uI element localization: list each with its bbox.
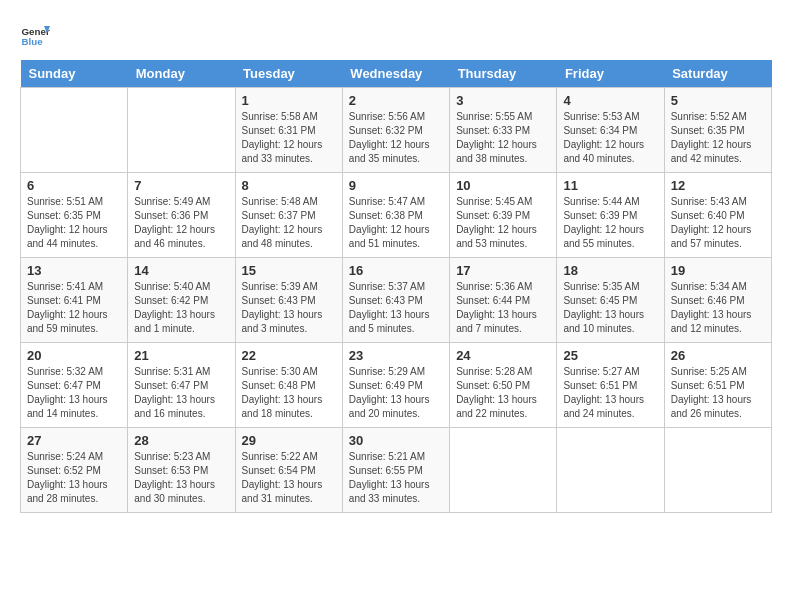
day-info: Sunrise: 5:30 AM Sunset: 6:48 PM Dayligh… — [242, 365, 336, 421]
calendar-cell: 18Sunrise: 5:35 AM Sunset: 6:45 PM Dayli… — [557, 258, 664, 343]
calendar-cell: 16Sunrise: 5:37 AM Sunset: 6:43 PM Dayli… — [342, 258, 449, 343]
calendar-cell: 24Sunrise: 5:28 AM Sunset: 6:50 PM Dayli… — [450, 343, 557, 428]
calendar-cell: 1Sunrise: 5:58 AM Sunset: 6:31 PM Daylig… — [235, 88, 342, 173]
day-info: Sunrise: 5:40 AM Sunset: 6:42 PM Dayligh… — [134, 280, 228, 336]
day-number: 6 — [27, 178, 121, 193]
day-info: Sunrise: 5:52 AM Sunset: 6:35 PM Dayligh… — [671, 110, 765, 166]
day-info: Sunrise: 5:23 AM Sunset: 6:53 PM Dayligh… — [134, 450, 228, 506]
day-info: Sunrise: 5:28 AM Sunset: 6:50 PM Dayligh… — [456, 365, 550, 421]
calendar-cell: 2Sunrise: 5:56 AM Sunset: 6:32 PM Daylig… — [342, 88, 449, 173]
calendar-cell: 6Sunrise: 5:51 AM Sunset: 6:35 PM Daylig… — [21, 173, 128, 258]
week-row-1: 1Sunrise: 5:58 AM Sunset: 6:31 PM Daylig… — [21, 88, 772, 173]
day-info: Sunrise: 5:39 AM Sunset: 6:43 PM Dayligh… — [242, 280, 336, 336]
day-info: Sunrise: 5:45 AM Sunset: 6:39 PM Dayligh… — [456, 195, 550, 251]
day-number: 12 — [671, 178, 765, 193]
weekday-header-tuesday: Tuesday — [235, 60, 342, 88]
day-number: 26 — [671, 348, 765, 363]
day-number: 20 — [27, 348, 121, 363]
day-info: Sunrise: 5:56 AM Sunset: 6:32 PM Dayligh… — [349, 110, 443, 166]
day-number: 22 — [242, 348, 336, 363]
day-number: 27 — [27, 433, 121, 448]
day-number: 29 — [242, 433, 336, 448]
day-info: Sunrise: 5:37 AM Sunset: 6:43 PM Dayligh… — [349, 280, 443, 336]
day-info: Sunrise: 5:44 AM Sunset: 6:39 PM Dayligh… — [563, 195, 657, 251]
weekday-header-wednesday: Wednesday — [342, 60, 449, 88]
day-info: Sunrise: 5:29 AM Sunset: 6:49 PM Dayligh… — [349, 365, 443, 421]
day-number: 19 — [671, 263, 765, 278]
weekday-header-sunday: Sunday — [21, 60, 128, 88]
day-info: Sunrise: 5:41 AM Sunset: 6:41 PM Dayligh… — [27, 280, 121, 336]
day-number: 15 — [242, 263, 336, 278]
calendar-cell — [128, 88, 235, 173]
calendar-cell: 30Sunrise: 5:21 AM Sunset: 6:55 PM Dayli… — [342, 428, 449, 513]
day-info: Sunrise: 5:36 AM Sunset: 6:44 PM Dayligh… — [456, 280, 550, 336]
day-info: Sunrise: 5:58 AM Sunset: 6:31 PM Dayligh… — [242, 110, 336, 166]
calendar-cell: 5Sunrise: 5:52 AM Sunset: 6:35 PM Daylig… — [664, 88, 771, 173]
calendar-cell: 4Sunrise: 5:53 AM Sunset: 6:34 PM Daylig… — [557, 88, 664, 173]
weekday-header-row: SundayMondayTuesdayWednesdayThursdayFrid… — [21, 60, 772, 88]
day-number: 13 — [27, 263, 121, 278]
day-info: Sunrise: 5:34 AM Sunset: 6:46 PM Dayligh… — [671, 280, 765, 336]
day-info: Sunrise: 5:31 AM Sunset: 6:47 PM Dayligh… — [134, 365, 228, 421]
weekday-header-friday: Friday — [557, 60, 664, 88]
day-number: 11 — [563, 178, 657, 193]
calendar-cell: 12Sunrise: 5:43 AM Sunset: 6:40 PM Dayli… — [664, 173, 771, 258]
calendar-cell: 3Sunrise: 5:55 AM Sunset: 6:33 PM Daylig… — [450, 88, 557, 173]
calendar-table: SundayMondayTuesdayWednesdayThursdayFrid… — [20, 60, 772, 513]
calendar-cell: 10Sunrise: 5:45 AM Sunset: 6:39 PM Dayli… — [450, 173, 557, 258]
day-info: Sunrise: 5:32 AM Sunset: 6:47 PM Dayligh… — [27, 365, 121, 421]
day-number: 17 — [456, 263, 550, 278]
calendar-cell: 7Sunrise: 5:49 AM Sunset: 6:36 PM Daylig… — [128, 173, 235, 258]
day-info: Sunrise: 5:22 AM Sunset: 6:54 PM Dayligh… — [242, 450, 336, 506]
day-number: 25 — [563, 348, 657, 363]
calendar-cell — [664, 428, 771, 513]
calendar-cell: 13Sunrise: 5:41 AM Sunset: 6:41 PM Dayli… — [21, 258, 128, 343]
calendar-cell — [557, 428, 664, 513]
calendar-cell: 20Sunrise: 5:32 AM Sunset: 6:47 PM Dayli… — [21, 343, 128, 428]
day-info: Sunrise: 5:25 AM Sunset: 6:51 PM Dayligh… — [671, 365, 765, 421]
day-info: Sunrise: 5:53 AM Sunset: 6:34 PM Dayligh… — [563, 110, 657, 166]
calendar-cell: 8Sunrise: 5:48 AM Sunset: 6:37 PM Daylig… — [235, 173, 342, 258]
calendar-cell: 19Sunrise: 5:34 AM Sunset: 6:46 PM Dayli… — [664, 258, 771, 343]
weekday-header-thursday: Thursday — [450, 60, 557, 88]
calendar-cell: 27Sunrise: 5:24 AM Sunset: 6:52 PM Dayli… — [21, 428, 128, 513]
calendar-cell: 17Sunrise: 5:36 AM Sunset: 6:44 PM Dayli… — [450, 258, 557, 343]
day-number: 10 — [456, 178, 550, 193]
calendar-cell: 23Sunrise: 5:29 AM Sunset: 6:49 PM Dayli… — [342, 343, 449, 428]
calendar-cell: 14Sunrise: 5:40 AM Sunset: 6:42 PM Dayli… — [128, 258, 235, 343]
day-info: Sunrise: 5:47 AM Sunset: 6:38 PM Dayligh… — [349, 195, 443, 251]
day-info: Sunrise: 5:55 AM Sunset: 6:33 PM Dayligh… — [456, 110, 550, 166]
day-number: 28 — [134, 433, 228, 448]
logo-icon: General Blue — [20, 20, 50, 50]
week-row-4: 20Sunrise: 5:32 AM Sunset: 6:47 PM Dayli… — [21, 343, 772, 428]
week-row-3: 13Sunrise: 5:41 AM Sunset: 6:41 PM Dayli… — [21, 258, 772, 343]
week-row-2: 6Sunrise: 5:51 AM Sunset: 6:35 PM Daylig… — [21, 173, 772, 258]
calendar-cell: 15Sunrise: 5:39 AM Sunset: 6:43 PM Dayli… — [235, 258, 342, 343]
day-info: Sunrise: 5:35 AM Sunset: 6:45 PM Dayligh… — [563, 280, 657, 336]
day-info: Sunrise: 5:43 AM Sunset: 6:40 PM Dayligh… — [671, 195, 765, 251]
calendar-cell: 28Sunrise: 5:23 AM Sunset: 6:53 PM Dayli… — [128, 428, 235, 513]
day-number: 16 — [349, 263, 443, 278]
day-info: Sunrise: 5:24 AM Sunset: 6:52 PM Dayligh… — [27, 450, 121, 506]
week-row-5: 27Sunrise: 5:24 AM Sunset: 6:52 PM Dayli… — [21, 428, 772, 513]
day-number: 24 — [456, 348, 550, 363]
calendar-cell: 21Sunrise: 5:31 AM Sunset: 6:47 PM Dayli… — [128, 343, 235, 428]
logo: General Blue — [20, 20, 50, 50]
day-number: 7 — [134, 178, 228, 193]
calendar-cell: 26Sunrise: 5:25 AM Sunset: 6:51 PM Dayli… — [664, 343, 771, 428]
day-number: 14 — [134, 263, 228, 278]
day-info: Sunrise: 5:21 AM Sunset: 6:55 PM Dayligh… — [349, 450, 443, 506]
weekday-header-saturday: Saturday — [664, 60, 771, 88]
day-number: 8 — [242, 178, 336, 193]
day-number: 30 — [349, 433, 443, 448]
day-info: Sunrise: 5:48 AM Sunset: 6:37 PM Dayligh… — [242, 195, 336, 251]
calendar-cell: 11Sunrise: 5:44 AM Sunset: 6:39 PM Dayli… — [557, 173, 664, 258]
calendar-cell: 25Sunrise: 5:27 AM Sunset: 6:51 PM Dayli… — [557, 343, 664, 428]
day-number: 5 — [671, 93, 765, 108]
day-number: 18 — [563, 263, 657, 278]
day-number: 21 — [134, 348, 228, 363]
day-number: 1 — [242, 93, 336, 108]
day-number: 4 — [563, 93, 657, 108]
day-info: Sunrise: 5:51 AM Sunset: 6:35 PM Dayligh… — [27, 195, 121, 251]
day-info: Sunrise: 5:49 AM Sunset: 6:36 PM Dayligh… — [134, 195, 228, 251]
